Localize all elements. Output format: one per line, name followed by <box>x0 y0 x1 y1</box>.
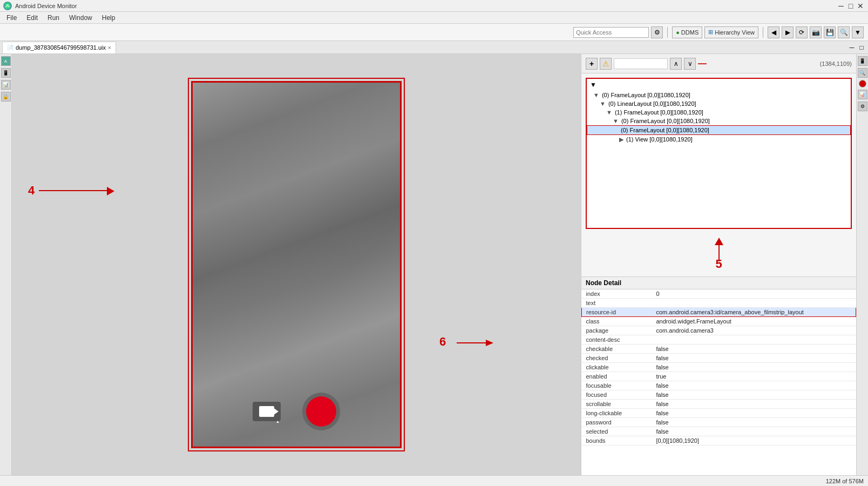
right-icon-5[interactable]: ⚙ <box>858 102 867 111</box>
node-key-checkable: checkable <box>582 345 652 354</box>
left-icon-2[interactable]: 📱 <box>1 68 11 78</box>
left-icon-3[interactable]: 📊 <box>1 80 11 90</box>
video-button[interactable]: ▲ <box>253 402 281 421</box>
ddms-label: DDMS <box>681 29 699 36</box>
shutter-button[interactable] <box>302 393 340 430</box>
right-icon-2[interactable]: 🔍 <box>858 68 867 78</box>
toolbar-more[interactable]: ▼ <box>852 26 864 38</box>
camera-controls: ▲ <box>193 393 400 430</box>
node-row-checkable[interactable]: checkablefalse <box>582 345 856 354</box>
tab-icon: 📄 <box>7 45 13 51</box>
left-icon-1[interactable]: A <box>1 56 11 66</box>
memory-status: 122M of 576M <box>826 478 864 484</box>
menu-edit[interactable]: Edit <box>22 13 42 23</box>
toolbar-btn-3[interactable]: ⟳ <box>796 26 808 38</box>
coordinates: (1384,1109) <box>820 60 852 67</box>
toolbar: ⚙ ● DDMS ⊞ Hierarchy View ◀ ▶ ⟳ 📷 💾 🔍 ▼ <box>0 24 868 41</box>
right-icon-1[interactable]: 📱 <box>858 56 867 66</box>
node-value-focusable: false <box>652 381 856 390</box>
node-row-scrollable[interactable]: scrollablefalse <box>582 400 856 409</box>
nav-up-button[interactable]: ∧ <box>670 58 682 70</box>
menu-help[interactable]: Help <box>98 13 120 23</box>
node-value-index: 0 <box>652 289 856 299</box>
tree-node-4[interactable]: ▼ (0) FrameLayout [0,0][1080,1920] <box>587 117 851 125</box>
node-row-password[interactable]: passwordfalse <box>582 418 856 427</box>
node-key-enabled: enabled <box>582 372 652 381</box>
toolbar-btn-2[interactable]: ▶ <box>782 26 794 38</box>
warning-button[interactable]: ⚠ <box>600 58 612 70</box>
menu-file[interactable]: File <box>2 13 21 23</box>
node-value-scrollable: false <box>652 400 856 409</box>
main-layout: A 📱 📊 🔒 4 <box>0 54 868 475</box>
tree-node-2[interactable]: ▼ (0) LinearLayout [0,0][1080,1920] <box>587 99 851 108</box>
quick-access-input[interactable] <box>573 27 649 38</box>
hierarchy-icon: ⊞ <box>708 29 713 36</box>
node-key-checked: checked <box>582 354 652 363</box>
node-row-text[interactable]: text <box>582 299 856 308</box>
tree-node-6[interactable]: ▶ (1) View [0,0][1080,1920] <box>587 135 851 144</box>
tab-min-button[interactable]: ─ <box>847 43 856 52</box>
restore-button[interactable]: □ <box>846 2 855 10</box>
node-row-focused[interactable]: focusedfalse <box>582 390 856 400</box>
menu-run[interactable]: Run <box>43 13 64 23</box>
annotation-4-label: 4 <box>28 184 35 198</box>
title-bar: Android Device Monitor ─ □ ✕ <box>0 0 868 12</box>
node-row-clickable[interactable]: clickablefalse <box>582 363 856 372</box>
main-tab[interactable]: 📄 dump_3878308546799598731.uix × <box>2 42 116 53</box>
tree-toggle-4: ▼ <box>613 118 620 124</box>
hierarchy-label: Hierarchy View <box>715 29 755 36</box>
close-button[interactable]: ✕ <box>856 2 865 10</box>
tab-label: dump_3878308546799598731.uix <box>16 44 106 51</box>
shutter-inner <box>306 396 336 427</box>
tree-toggle-6: ▶ <box>619 136 625 143</box>
settings-button[interactable]: ⚙ <box>651 26 663 38</box>
ddms-button[interactable]: ● DDMS <box>672 26 702 38</box>
hierarchy-button[interactable]: ⊞ Hierarchy View <box>704 26 758 38</box>
node-value-text <box>652 299 856 308</box>
toolbar-btn-5[interactable]: 💾 <box>824 26 836 38</box>
add-button[interactable]: + <box>586 58 598 70</box>
node-row-index[interactable]: index0 <box>582 289 856 299</box>
node-row-checked[interactable]: checkedfalse <box>582 354 856 363</box>
node-row-long-clickable[interactable]: long-clickablefalse <box>582 409 856 418</box>
nav-input[interactable] <box>614 58 668 69</box>
node-value-clickable: false <box>652 363 856 372</box>
tab-close-button[interactable]: × <box>108 45 111 51</box>
node-row-content-desc[interactable]: content-desc <box>582 335 856 345</box>
right-icon-3[interactable] <box>859 80 866 87</box>
video-triangle <box>273 408 279 415</box>
node-row-bounds[interactable]: bounds[0,0][1080,1920] <box>582 436 856 446</box>
tree-node-5[interactable]: (0) FrameLayout [0,0][1080,1920] <box>587 125 851 135</box>
tree-node-1[interactable]: ▼ (0) FrameLayout [0,0][1080,1920] <box>587 91 851 99</box>
title-bar-controls: ─ □ ✕ <box>837 2 865 10</box>
minus-button[interactable]: — <box>698 59 707 69</box>
node-value-resource-id: com.android.camera3:id/camera_above_film… <box>652 308 856 317</box>
separator-2 <box>763 27 763 38</box>
tree-node-3[interactable]: ▼ (1) FrameLayout [0,0][1080,1920] <box>587 108 851 117</box>
left-icon-4[interactable]: 🔒 <box>1 92 11 102</box>
toolbar-btn-1[interactable]: ◀ <box>768 26 779 38</box>
tree-label-2: (0) LinearLayout [0,0][1080,1920] <box>608 100 696 107</box>
minimize-button[interactable]: ─ <box>837 2 845 10</box>
node-row-focusable[interactable]: focusablefalse <box>582 381 856 390</box>
tab-max-button[interactable]: □ <box>857 43 866 52</box>
node-key-text: text <box>582 299 652 308</box>
right-icon-4[interactable]: 📊 <box>858 90 867 99</box>
node-row-selected[interactable]: selectedfalse <box>582 427 856 436</box>
status-bar: 122M of 576M <box>0 475 868 486</box>
node-key-bounds: bounds <box>582 436 652 446</box>
device-frame: ▲ <box>191 81 402 448</box>
menu-bar: File Edit Run Window Help <box>0 12 868 24</box>
toolbar-btn-4[interactable]: 📷 <box>810 26 822 38</box>
tree-collapse-btn[interactable]: ▼ <box>587 79 851 91</box>
node-value-selected: false <box>652 427 856 436</box>
annotation-5-label: 5 <box>715 257 722 271</box>
nav-down-button[interactable]: ∨ <box>684 58 696 70</box>
menu-window[interactable]: Window <box>65 13 97 23</box>
toolbar-btn-6[interactable]: 🔍 <box>838 26 850 38</box>
node-row-package[interactable]: packagecom.android.camera3 <box>582 326 856 335</box>
node-row-class[interactable]: classandroid.widget.FrameLayout <box>582 317 856 326</box>
node-value-checkable: false <box>652 345 856 354</box>
node-row-resource-id[interactable]: resource-idcom.android.camera3:id/camera… <box>582 308 856 317</box>
node-row-enabled[interactable]: enabledtrue <box>582 372 856 381</box>
